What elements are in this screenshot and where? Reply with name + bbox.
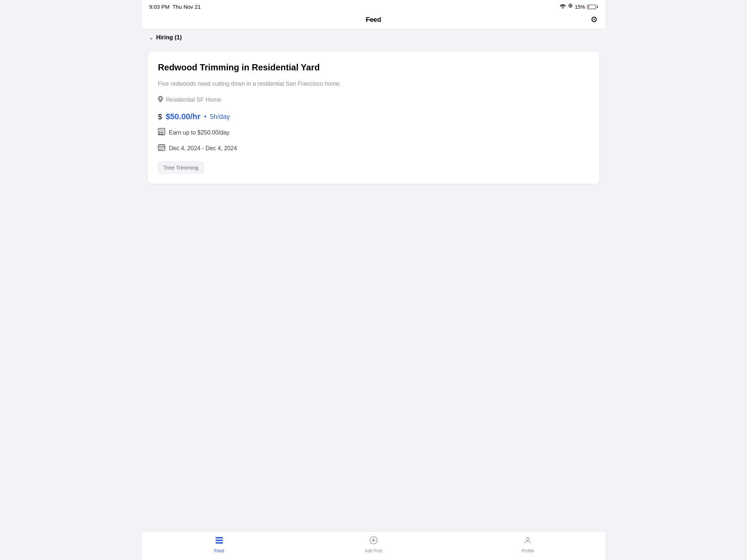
svg-rect-7	[159, 133, 160, 135]
svg-rect-15	[161, 148, 162, 148]
battery-icon	[587, 5, 598, 9]
section-label: Hiring (1)	[156, 34, 182, 41]
section-header-hiring[interactable]: ⌄ Hiring (1)	[142, 29, 605, 46]
svg-rect-6	[162, 132, 163, 133]
battery-percent: 15%	[575, 4, 585, 10]
svg-rect-21	[216, 542, 223, 544]
profile-icon	[523, 536, 532, 547]
svg-rect-5	[161, 132, 162, 133]
add-post-icon	[369, 536, 378, 547]
svg-rect-4	[159, 132, 160, 133]
location-services-icon	[568, 4, 573, 10]
job-rate-row: $ $50.00/hr • 5h/day	[158, 112, 589, 121]
svg-rect-14	[159, 148, 160, 148]
status-bar: 9:03 PM Thu Nov 21 15%	[142, 0, 605, 12]
status-date: Thu Nov 21	[173, 4, 201, 10]
svg-rect-20	[216, 540, 223, 541]
job-earn-row: Earn up to $250.00/day	[158, 128, 589, 137]
dollar-sign-icon: $	[158, 113, 162, 121]
location-pin-icon	[158, 96, 163, 104]
svg-rect-8	[161, 133, 162, 135]
job-card[interactable]: Redwood Trimming in Residential Yard Fiv…	[148, 52, 599, 184]
add-post-label: Add Post	[365, 548, 383, 553]
job-description: Five redwoods need cutting down in a res…	[158, 79, 589, 88]
bottom-navigation: Feed Add Post Profile	[142, 531, 605, 560]
job-rate: $50.00/hr	[166, 112, 200, 121]
job-date-row: Dec 4, 2024 - Dec 4, 2024	[158, 144, 589, 153]
job-hours: 5h/day	[210, 113, 230, 121]
calculator-icon	[158, 128, 165, 137]
feed-icon	[215, 536, 224, 547]
svg-rect-3	[159, 129, 164, 131]
status-time: 9:03 PM	[149, 4, 170, 10]
wifi-icon	[560, 4, 566, 10]
job-location-text: Residential SF Home	[166, 97, 221, 103]
settings-gear-icon[interactable]: ⚙	[591, 15, 598, 24]
job-location: Residential SF Home	[158, 96, 589, 104]
main-content: Redwood Trimming in Residential Yard Fiv…	[142, 46, 605, 531]
svg-rect-9	[162, 133, 163, 135]
job-earn-text: Earn up to $250.00/day	[169, 129, 229, 136]
nav-item-feed[interactable]: Feed	[142, 536, 296, 553]
svg-rect-17	[159, 149, 160, 150]
chevron-down-icon: ⌄	[149, 35, 153, 40]
profile-label: Profile	[522, 548, 534, 553]
calendar-icon	[158, 144, 165, 153]
nav-item-add-post[interactable]: Add Post	[296, 536, 450, 553]
page-title: Feed	[366, 16, 381, 24]
svg-rect-18	[161, 149, 162, 150]
feed-label: Feed	[214, 548, 224, 553]
job-title: Redwood Trimming in Residential Yard	[158, 62, 589, 73]
svg-point-25	[526, 537, 529, 540]
status-time-date: 9:03 PM Thu Nov 21	[149, 4, 201, 10]
svg-point-1	[570, 5, 571, 7]
job-date-range: Dec 4, 2024 - Dec 4, 2024	[169, 145, 237, 152]
svg-rect-19	[216, 537, 223, 538]
rate-separator: •	[204, 113, 206, 121]
status-icons: 15%	[560, 4, 598, 10]
nav-item-profile[interactable]: Profile	[451, 536, 605, 553]
svg-rect-16	[163, 148, 164, 148]
app-header: Feed ⚙	[142, 12, 605, 29]
job-tag[interactable]: Tree Trimming	[158, 162, 204, 174]
